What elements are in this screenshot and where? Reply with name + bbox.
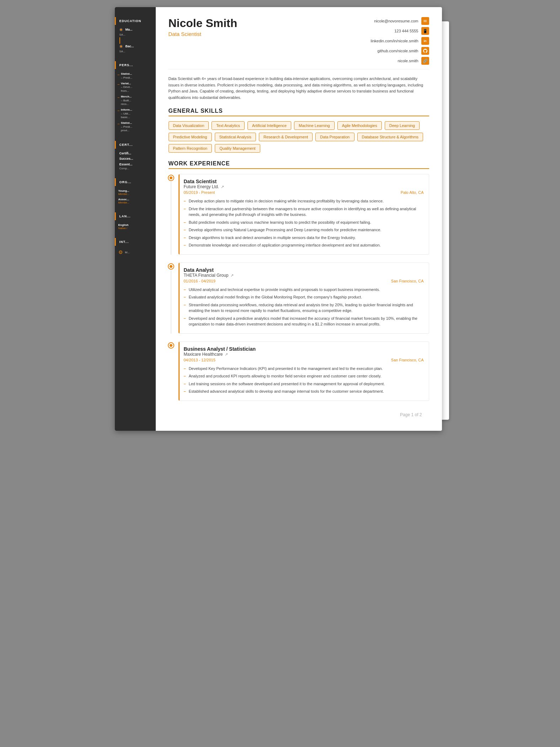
work-entry-1: Data Analyst THETA Financial Group ↗ 01/…	[169, 263, 429, 334]
work-timeline-2	[169, 341, 174, 401]
work-bullet-1-2: – Streamlined data processing workflows,…	[184, 302, 424, 314]
bullet-dash-2-0: –	[184, 366, 186, 372]
work-location-2: San Francisco, CA	[391, 358, 424, 362]
bullet-dash-2-3: –	[184, 388, 186, 394]
sidebar-cert-3: Essent... Comp...	[115, 162, 156, 171]
sidebar-cert-header: CERT...	[115, 141, 156, 149]
skills-tags-container: Data Visualization Text Analytics Artifi…	[169, 121, 429, 153]
work-timeline-1	[169, 263, 174, 334]
bullet-text-0-0: Develop action plans to mitigate risks i…	[189, 198, 384, 204]
work-bullet-0-4: – Design algorithms to track and detect …	[184, 235, 424, 241]
summary-text: Data Scientist with 4+ years of broad-ba…	[169, 76, 429, 101]
sidebar-ps-item-4: – Inform... – Utili... basic...	[115, 107, 156, 120]
bullet-text-2-1: Analyzed and produced KPI reports allowi…	[189, 373, 382, 379]
sidebar-cert-1: Certifi...	[115, 151, 156, 157]
work-bullet-0-5: – Demonstrate knowledge and execution of…	[184, 242, 424, 248]
sidebar-certifications-section: CERT... Certifi... Succes... Essent... C…	[115, 141, 156, 171]
work-job-title-0: Data Scientist	[184, 179, 424, 184]
sidebar-education-header: EDUCATION	[115, 17, 156, 25]
work-experience-title: WORK EXPERIENCE	[169, 160, 429, 169]
bullet-dash-0-1: –	[184, 206, 186, 218]
edu-circle-1	[119, 28, 123, 31]
work-job-title-1: Data Analyst	[184, 267, 424, 273]
bullet-text-1-1: Evaluated analytical model findings in t…	[189, 294, 362, 300]
work-company-2: Maxicare Healthcare ↗	[184, 352, 424, 357]
bullet-text-1-3: Developed and deployed a predictive anal…	[189, 316, 424, 327]
work-company-1: THETA Financial Group ↗	[184, 273, 424, 278]
work-meta-2: 04/2013 - 12/2015 San Francisco, CA	[184, 358, 424, 362]
page-1-main: EDUCATION Ma... SA... Bac...	[115, 7, 442, 431]
bullet-dash-1-3: –	[184, 316, 186, 327]
ps-bullet-4: –	[118, 108, 120, 112]
bullet-text-0-2: Build predictive models using various ma…	[189, 219, 371, 226]
sidebar-lang-1: English Native /	[115, 222, 156, 231]
work-dot-2	[169, 343, 174, 348]
work-experience-section: WORK EXPERIENCE Data Scientist Future En…	[169, 160, 429, 401]
page-number: Page 1 of 2	[169, 409, 429, 421]
contact-email-row: nicole@novoresume.com ✉	[374, 17, 429, 25]
skill-tag-8: Research & Development	[259, 133, 313, 141]
resume-header: Nicole Smith Data Scientist nicole@novor…	[169, 17, 429, 69]
general-skills-title: GENERAL SKILLS	[169, 108, 429, 116]
linkedin-icon: in	[421, 37, 429, 45]
bullet-text-0-5: Demonstrate knowledge and execution of a…	[189, 242, 381, 248]
contact-phone-row: 123 444 5555 📱	[394, 27, 429, 35]
candidate-name: Nicole Smith	[169, 17, 238, 30]
sidebar-lang-header: LAN...	[115, 212, 156, 220]
work-meta-1: 01/2016 - 04/2019 San Francisco, CA	[184, 279, 424, 283]
sidebar-education-section: EDUCATION Ma... SA... Bac...	[115, 17, 156, 54]
work-bullet-0-0: – Develop action plans to mitigate risks…	[184, 198, 424, 204]
sidebar-org-header: ORG...	[115, 178, 156, 186]
work-details-0: Data Scientist Future Energy Ltd. ↗ 05/2…	[178, 174, 429, 255]
work-dates-1: 01/2016 - 04/2019	[184, 279, 215, 283]
work-bullet-2-1: – Analyzed and produced KPI reports allo…	[184, 373, 424, 379]
work-bullet-0-3: – Develop algorithms using Natural Langu…	[184, 227, 424, 233]
phone-icon: 📱	[421, 27, 429, 35]
skill-tag-0: Data Visualization	[169, 121, 209, 130]
contact-linkedin-text: linkedin.com/in/nicole.smith	[371, 39, 418, 43]
sidebar-personal-skills-section: PERS... – Statist... – Predi... – Variat…	[115, 61, 156, 133]
skill-tag-1: Text Analytics	[212, 121, 245, 130]
sidebar-ps-item-5: – Statist... – Predi... provi...	[115, 120, 156, 133]
skill-tag-11: Pattern Recognition	[169, 144, 212, 153]
skill-tag-2: Artificial Intelligence	[247, 121, 291, 130]
work-dates-0: 05/2019 - Present	[184, 190, 215, 195]
work-company-0: Future Energy Ltd. ↗	[184, 184, 424, 189]
bullet-dash-2-1: –	[184, 373, 186, 379]
work-line-1	[171, 270, 171, 334]
work-bullets-0: – Develop action plans to mitigate risks…	[184, 198, 424, 248]
sidebar-ps-item-1: – Statist... – Predi...	[115, 71, 156, 81]
work-bullet-1-0: – Utilized analytical and technical expe…	[184, 287, 424, 293]
edu-school-2: SA...	[119, 50, 152, 53]
skill-tag-6: Predictive Modeling	[169, 133, 212, 141]
sidebar-ps-item-3: – Merch... – Built... reco...	[115, 94, 156, 107]
sidebar-cert-title: CERT...	[119, 143, 133, 147]
sidebar-edu-item-2: Bac... SA...	[115, 44, 156, 54]
contact-github-text: github.com/nicole.smith	[378, 49, 418, 53]
sidebar-lang-title: LAN...	[119, 214, 131, 218]
sidebar-org-1: Young... Membe...	[115, 188, 156, 197]
bullet-dash-0-4: –	[184, 235, 186, 241]
interest-gear-icon: ⚙	[118, 249, 123, 255]
work-dot-0	[169, 175, 174, 180]
bullet-text-1-0: Utilized analytical and technical expert…	[189, 287, 380, 293]
work-details-2: Business Analyst / Statistician Maxicare…	[178, 341, 429, 401]
candidate-title: Data Scientist	[169, 31, 238, 37]
bullet-text-0-3: Develop algorithms using Natural Languag…	[189, 227, 382, 233]
sidebar-personal-skills-title: PERS...	[119, 63, 133, 67]
edu-circle-2	[119, 45, 123, 48]
bullet-dash-0-2: –	[184, 219, 186, 226]
skill-tag-9: Data Preparation	[315, 133, 354, 141]
email-icon: ✉	[421, 17, 429, 25]
sidebar-interests-section: INT... ⚙ M...	[115, 238, 156, 256]
bullet-dash-1-2: –	[184, 302, 186, 314]
github-icon	[421, 47, 429, 55]
sidebar-org-title: ORG...	[119, 180, 132, 184]
skill-tag-3: Machine Learning	[294, 121, 334, 130]
edu-degree-1: Ma...	[126, 28, 133, 32]
work-dot-1	[169, 264, 174, 269]
contact-portfolio-row: nicole.smith 🔗	[398, 57, 429, 65]
sidebar-languages-section: LAN... English Native /	[115, 212, 156, 231]
portfolio-icon: 🔗	[421, 57, 429, 65]
ext-link-0: ↗	[221, 185, 224, 189]
